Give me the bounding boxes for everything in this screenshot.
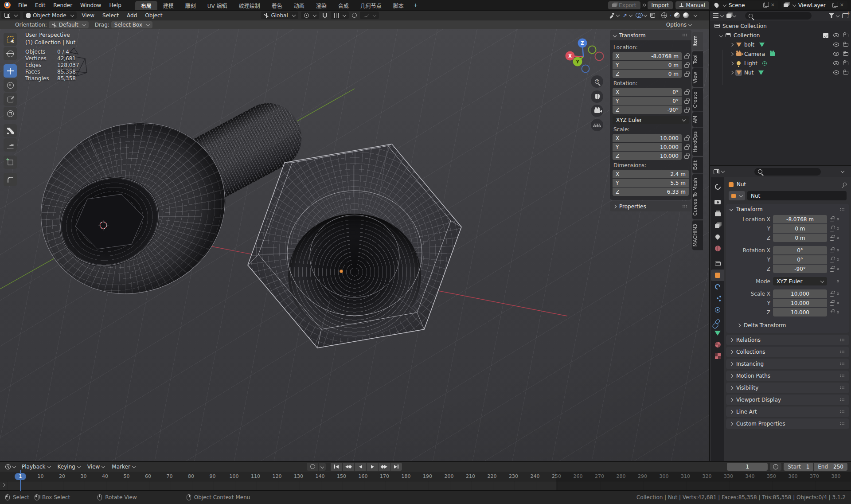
selectability-checkbox[interactable] xyxy=(823,33,828,38)
pivot-dropdown[interactable] xyxy=(301,12,319,19)
lock-icon[interactable] xyxy=(684,55,689,59)
options-chevron-icon[interactable] xyxy=(841,169,844,173)
jump-to-end-button[interactable] xyxy=(390,463,402,471)
display-mode-dropdown[interactable] xyxy=(713,13,723,18)
outliner-row[interactable]: Camera xyxy=(710,49,851,59)
menu-item[interactable]: Render xyxy=(49,0,76,10)
disclosure-icon[interactable] xyxy=(730,70,734,74)
mode-dropdown[interactable]: Object Mode xyxy=(23,12,77,19)
keyframe-dot[interactable] xyxy=(837,227,839,230)
drag-dots-icon[interactable] xyxy=(839,422,845,426)
disclosure-icon[interactable] xyxy=(730,61,734,65)
drag-dots-icon[interactable] xyxy=(839,362,845,366)
properties-search-input[interactable] xyxy=(754,168,821,176)
tool-button[interactable] xyxy=(4,78,17,92)
n-panel-tab[interactable]: Item xyxy=(692,32,703,50)
previous-keyframe-button[interactable] xyxy=(343,463,354,471)
tool-button[interactable] xyxy=(4,93,17,106)
3d-viewport[interactable]: User Perspective (1) Collection | Nut Ob… xyxy=(0,29,709,461)
lock-icon[interactable] xyxy=(684,73,689,77)
viewport-menu-item[interactable]: View xyxy=(78,12,98,19)
properties-tab[interactable] xyxy=(711,281,724,293)
number-field[interactable]: X-8.0768 m xyxy=(613,52,682,60)
lock-icon[interactable] xyxy=(830,228,834,231)
lock-icon[interactable] xyxy=(830,302,834,306)
lock-icon[interactable] xyxy=(684,137,689,141)
dimension-field-row[interactable]: X2.4 m xyxy=(613,170,689,178)
keying-dropdown[interactable] xyxy=(319,463,326,471)
value-field[interactable]: 0 m xyxy=(773,234,827,242)
keyframe-dot[interactable] xyxy=(837,311,839,313)
drag-dots-icon[interactable] xyxy=(839,350,845,354)
transform-field-row[interactable]: Z10.000 xyxy=(613,152,689,160)
lock-icon[interactable] xyxy=(684,155,689,159)
timeline-editor-dropdown[interactable] xyxy=(3,464,18,469)
workspace-tab[interactable]: 脚本 xyxy=(387,1,410,10)
add-workspace-button[interactable]: + xyxy=(410,0,422,10)
lock-icon[interactable] xyxy=(830,219,834,222)
transform-field-row[interactable]: X10.000 xyxy=(613,134,689,142)
orientation-dropdown[interactable]: Global xyxy=(261,12,298,19)
scene-selector[interactable]: Scene ✕ xyxy=(712,1,778,9)
next-keyframe-button[interactable] xyxy=(379,463,390,471)
properties-tab[interactable] xyxy=(711,208,724,219)
keyframe-dot[interactable] xyxy=(837,302,839,304)
value-field[interactable]: 0° xyxy=(773,255,827,264)
workspace-tab[interactable]: UV 编辑 xyxy=(202,1,233,10)
falloff-dropdown[interactable] xyxy=(360,12,379,19)
drag-dots-icon[interactable] xyxy=(839,374,845,378)
menu-item[interactable]: Window xyxy=(76,0,105,10)
property-section[interactable]: Visibility xyxy=(726,383,849,393)
play-reverse-button[interactable] xyxy=(355,463,366,471)
lock-icon[interactable] xyxy=(830,293,834,297)
workspace-tab[interactable]: 纹理绘制 xyxy=(233,1,266,10)
rendered-shading-icon[interactable] xyxy=(683,12,689,18)
properties-tab[interactable] xyxy=(711,181,724,192)
viewport-menu-item[interactable]: Add xyxy=(123,12,141,19)
material-shading-icon[interactable] xyxy=(674,12,680,18)
camera-view-button[interactable] xyxy=(591,105,603,117)
keyframe-dot[interactable] xyxy=(837,218,839,220)
workspace-tab[interactable]: 着色 xyxy=(266,1,288,10)
n-panel-tab[interactable]: Curves To Mesh xyxy=(692,174,703,219)
tool-button[interactable] xyxy=(4,173,17,186)
number-field[interactable]: Y10.000 xyxy=(613,143,682,151)
proportional-edit-icon[interactable] xyxy=(352,13,357,18)
play-button[interactable] xyxy=(367,463,378,471)
disclosure-icon[interactable] xyxy=(730,52,734,55)
keyframe-dot[interactable] xyxy=(837,258,839,261)
transform-field-row[interactable]: Z-90° xyxy=(613,105,689,114)
properties-tab[interactable] xyxy=(711,196,724,208)
render-visibility-icon[interactable] xyxy=(843,43,848,47)
rotation-mode-dropdown[interactable]: XYZ Euler xyxy=(613,116,689,124)
perspective-toggle-button[interactable] xyxy=(591,119,603,131)
property-section[interactable]: Motion Paths xyxy=(726,371,849,381)
manual-button[interactable]: Manual xyxy=(675,1,709,9)
n-panel-tab[interactable]: Edit xyxy=(692,157,703,173)
export-button[interactable]: Export xyxy=(608,1,640,9)
pan-button[interactable] xyxy=(591,90,603,103)
n-panel-tab[interactable]: MACHIN3 xyxy=(692,220,703,250)
xray-toggle-icon[interactable] xyxy=(650,13,655,18)
number-field[interactable]: Z0 m xyxy=(613,70,682,78)
options-dropdown[interactable]: Options xyxy=(666,22,691,28)
transform-panel-header[interactable]: Transform xyxy=(726,204,849,215)
delta-transform-section[interactable]: Delta Transform xyxy=(738,320,846,330)
transform-field-row[interactable]: Z0 m xyxy=(613,70,689,78)
object-name-field[interactable]: Nut xyxy=(747,191,847,200)
lock-icon[interactable] xyxy=(684,100,689,104)
lock-icon[interactable] xyxy=(684,64,689,68)
import-button[interactable]: Import xyxy=(648,1,673,9)
visibility-dropdown[interactable] xyxy=(609,13,619,18)
properties-tab[interactable] xyxy=(711,270,724,281)
properties-tab[interactable] xyxy=(711,293,724,304)
overlays-toggle[interactable] xyxy=(636,13,647,18)
transform-field-row[interactable]: Y0° xyxy=(613,97,689,105)
properties-tab[interactable] xyxy=(711,350,724,362)
menu-item[interactable]: File xyxy=(14,0,31,10)
filter-dropdown[interactable] xyxy=(829,13,839,18)
timeline-menu-item[interactable]: View xyxy=(84,464,108,470)
editor-type-dropdown[interactable] xyxy=(714,169,724,174)
navigation-gizmo[interactable]: Z X Y xyxy=(561,34,610,82)
property-section[interactable]: Line Art xyxy=(726,406,849,417)
